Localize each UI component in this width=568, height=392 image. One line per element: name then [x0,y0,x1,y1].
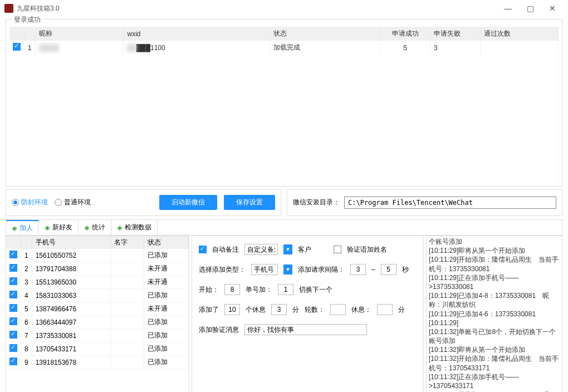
interval-max-input[interactable] [381,264,396,275]
rest-min-input[interactable] [271,304,287,315]
radio-antiblock[interactable]: 防封环境 [12,198,48,207]
added-count-input[interactable] [224,304,240,315]
status-cell: 未开通 [144,262,189,276]
phone-cell: 13663444097 [32,316,110,329]
login-panel: 登录成功 昵称 wxid 状态 申请成功 申请失败 通过次数 1 hidden … [6,19,562,187]
tab-detect[interactable]: ◈检测数据 [111,220,158,235]
minimize-button[interactable]: — [497,4,519,13]
phone-checkbox[interactable] [9,331,17,339]
layers-icon: ◈ [45,223,50,232]
nickname-cell: hidden [39,44,59,52]
log-line: [10:11:29]正在添加手机号——>13735330081 [429,273,560,291]
phones-grid: 手机号 名字 状态 115610550752已添加213791704388未开通… [6,236,189,392]
verify-msg-input[interactable] [244,324,367,335]
add-type-input[interactable] [251,264,278,275]
phone-checkbox[interactable] [9,357,17,365]
phone-checkbox[interactable] [9,291,17,298]
install-path-input[interactable] [344,197,556,209]
phone-row[interactable]: 613663444097已添加 [6,316,189,329]
phone-row[interactable]: 713735330081已添加 [6,329,189,342]
phone-cell: 13791704388 [32,262,110,276]
phone-row[interactable]: 813705433171已添加 [6,342,189,356]
tabs: ◈加人 ◈新好友 ◈统计 ◈检测数据 [6,219,562,236]
save-settings-button[interactable]: 保存设置 [224,195,275,210]
radio-normal[interactable]: 普通环境 [55,198,91,207]
custom-remark-input[interactable] [244,244,278,255]
grid-header-row: 昵称 wxid 状态 申请成功 申请失败 通过次数 [9,27,559,41]
log-line: [10:11:32]正在添加手机号——>13705433171 [429,373,560,390]
log-line: [10:11:29]已添加4-6：13735330081 [429,310,560,318]
verify-name-checkbox[interactable] [334,246,341,253]
fail-cell: 3 [430,41,481,55]
start-index-input[interactable] [224,284,240,295]
name-cell [110,302,144,316]
tab-stats[interactable]: ◈统计 [79,220,111,235]
maximize-button[interactable]: ▢ [519,4,541,13]
env-box: 防封环境 普通环境 启动新微信 保存设置 [6,189,281,216]
status-cell: 已添加 [144,289,189,302]
wxid-cell: ███1100 [136,44,165,52]
login-panel-title: 登录成功 [12,15,43,24]
log-line: 个账号添加 [429,237,560,246]
app-icon [4,4,13,13]
row-checkbox[interactable] [13,43,21,51]
log-line: [10:11:29]已添加4-8：13735330081 昵称：川航发纺织 [429,291,560,309]
phone-checkbox[interactable] [9,264,17,272]
name-cell [110,262,144,276]
tab-newfriend[interactable]: ◈新好友 [39,220,79,235]
accounts-grid: 昵称 wxid 状态 申请成功 申请失败 通过次数 1 hidden hid██… [9,27,559,183]
phone-checkbox[interactable] [9,344,17,352]
status-cell: 已添加 [144,342,189,356]
interval-min-input[interactable] [350,264,366,275]
name-cell [110,342,144,356]
settings-panel: 自动备注 ▼ 客户 验证语加姓名 选择添加类型： ▼ 添加请求间隔： – 秒 开… [192,236,424,392]
status-cell: 已添加 [144,329,189,342]
phone-row[interactable]: 513874966476未开通 [6,302,189,316]
layers-icon: ◈ [12,224,17,232]
start-wechat-button[interactable]: 启动新微信 [159,195,217,210]
phone-row[interactable]: 115610550752已添加 [6,249,189,262]
tab-add[interactable]: ◈加人 [6,220,39,235]
path-label: 微信安装目录： [293,198,340,207]
phone-cell: 15610550752 [32,249,110,262]
layers-icon: ◈ [84,223,90,232]
phone-cell: 13874966476 [32,302,110,316]
phone-cell: 15831033063 [32,289,110,302]
pass-cell [481,41,559,55]
name-cell [110,316,144,329]
status-cell: 加载完成 [270,41,380,55]
name-cell [110,329,144,342]
phone-checkbox[interactable] [9,304,17,312]
layers-icon: ◈ [117,223,123,232]
rounds-input[interactable] [330,304,346,315]
status-cell: 已添加 [144,249,189,262]
phone-row[interactable]: 213791704388未开通 [6,262,189,276]
log-line: [10:11:32]开始添加：隆儒礼品周生 当前手机号：13705433171 [429,354,560,372]
rest2-input[interactable] [377,304,393,315]
phone-row[interactable]: 913918153678已添加 [6,356,189,369]
single-add-input[interactable] [278,284,293,295]
phone-cell: 13705433171 [32,342,110,356]
log-line: [10:11:29] [429,318,560,327]
log-line: [10:11:32]即将从第一个开始添加 [429,345,560,354]
phone-row[interactable]: 415831033063已添加 [6,289,189,302]
auto-remark-checkbox[interactable] [199,246,207,253]
phone-checkbox[interactable] [9,317,17,325]
close-button[interactable]: ✕ [541,4,564,13]
phone-cell: 13735330081 [32,329,110,342]
status-cell: 已添加 [144,356,189,369]
log-line: [10:11:29]即将从第一个开始添加 [429,246,560,255]
phone-checkbox[interactable] [9,251,17,258]
phone-row[interactable]: 315513965030未开通 [6,276,189,289]
remark-dropdown[interactable]: ▼ [283,244,292,254]
window-title: 九星科技箱3.0 [17,4,497,13]
name-cell [110,249,144,262]
path-box: 微信安装目录： [287,189,562,216]
add-type-dropdown[interactable]: ▼ [283,264,292,275]
phone-checkbox[interactable] [9,277,17,285]
status-cell: 已添加 [144,316,189,329]
account-row[interactable]: 1 hidden hid███1100 加载完成 5 3 [9,41,559,55]
phone-cell: 15513965030 [32,276,110,289]
name-cell [110,356,144,369]
status-cell: 未开通 [144,302,189,316]
